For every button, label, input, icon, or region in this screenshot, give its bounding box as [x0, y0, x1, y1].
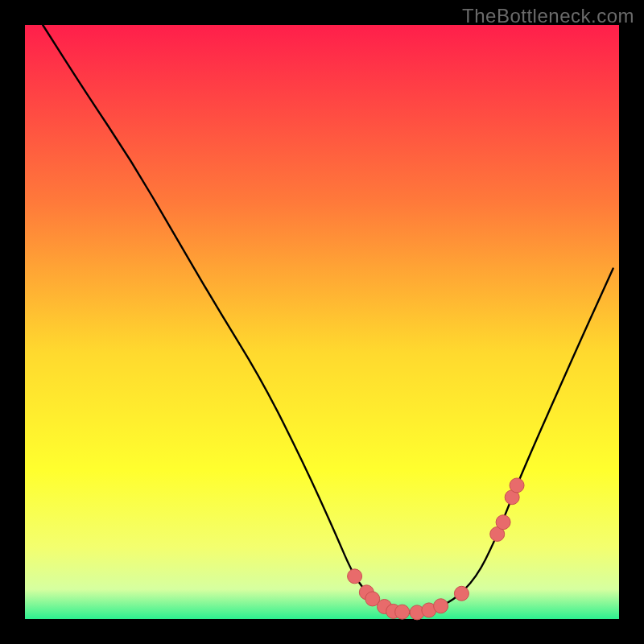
highlight-marker [454, 586, 469, 601]
chart-svg [0, 0, 644, 644]
chart-frame: TheBottleneck.com [0, 0, 644, 644]
watermark-text: TheBottleneck.com [462, 5, 634, 27]
highlight-marker [510, 478, 524, 493]
highlight-marker [434, 599, 448, 613]
highlight-marker [395, 605, 410, 619]
highlight-marker [348, 569, 362, 584]
plot-background [25, 25, 619, 619]
highlight-marker [496, 515, 510, 530]
